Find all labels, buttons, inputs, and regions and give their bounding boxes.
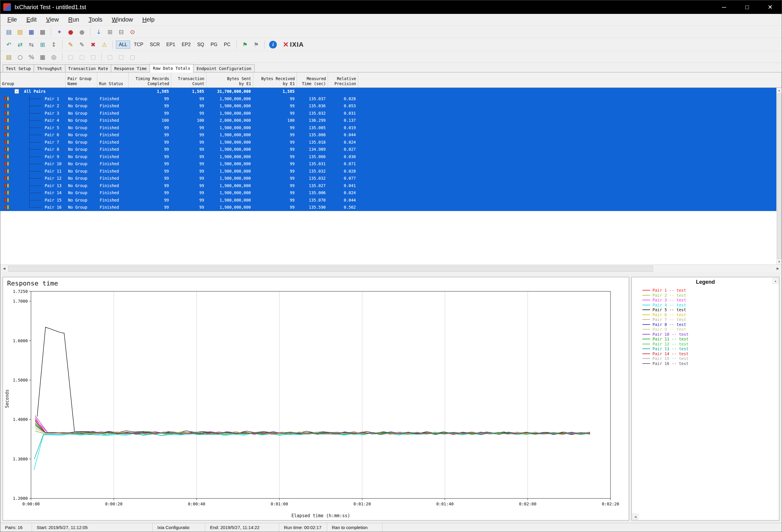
- menu-item-window[interactable]: Window: [107, 14, 138, 25]
- legend-entry[interactable]: Pair 13 -- test: [642, 346, 771, 351]
- legend-entry[interactable]: Pair 11 -- test: [642, 337, 771, 342]
- column-header-transaction-count[interactable]: TransactionCount: [171, 72, 207, 87]
- table-vertical-scrollbar[interactable]: ▲ ▼: [776, 88, 782, 265]
- legend-entry[interactable]: Pair 4 -- test: [642, 303, 771, 308]
- column-header-timing-records-completed[interactable]: Timing RecordsCompleted: [129, 72, 171, 87]
- close-button[interactable]: ✕: [759, 0, 782, 14]
- column-header-pair-group-name[interactable]: Pair GroupName: [66, 72, 97, 87]
- filter-button-pc[interactable]: PC: [221, 40, 234, 49]
- legend-entry[interactable]: Pair 1 -- test: [642, 288, 771, 293]
- add-multicast-group-icon[interactable]: ⇆: [26, 40, 36, 49]
- table-row[interactable]: Pair 13No GroupFinished99991,980,000,000…: [0, 182, 782, 189]
- scroll-up-icon[interactable]: ▲: [777, 88, 782, 93]
- table-row[interactable]: Pair 15No GroupFinished99991,980,000,000…: [0, 196, 782, 204]
- column-header-run-status[interactable]: Run Status: [97, 72, 129, 87]
- new-document-icon[interactable]: ▤: [4, 27, 14, 37]
- menu-item-file[interactable]: File: [3, 14, 22, 25]
- reorder-pairs-icon[interactable]: ↕: [49, 40, 59, 49]
- table-row[interactable]: Pair 11No GroupFinished99991,980,000,000…: [0, 167, 782, 175]
- print-icon[interactable]: ▩: [38, 27, 48, 37]
- table-row[interactable]: Pair 2No GroupFinished99991,980,000,0009…: [0, 102, 782, 110]
- graph-options-icon[interactable]: ▦: [38, 52, 48, 62]
- undo-icon[interactable]: ↶: [4, 40, 14, 49]
- legend-entry[interactable]: Pair 8 -- test: [642, 322, 771, 327]
- scroll-left-icon[interactable]: ◀: [0, 265, 8, 272]
- column-header-relative-precision[interactable]: RelativePrecision: [328, 72, 358, 87]
- web-view-icon[interactable]: ◎: [49, 52, 59, 62]
- warning-icon[interactable]: ⚠: [99, 40, 109, 49]
- legend-entry[interactable]: Pair 9 -- test: [642, 327, 771, 332]
- table-row[interactable]: Pair 14No GroupFinished99991,980,000,000…: [0, 189, 782, 196]
- column-header-measured-time-sec-[interactable]: MeasuredTime (sec): [297, 72, 328, 87]
- legend-scroll-up-icon[interactable]: ▲: [773, 278, 778, 284]
- tab-response-time[interactable]: Response Time: [111, 65, 150, 72]
- legend-entry[interactable]: Pair 14 -- test: [642, 351, 771, 356]
- scroll-down-icon[interactable]: ▼: [777, 259, 782, 265]
- tab-endpoint-configuration[interactable]: Endpoint Configuration: [193, 65, 254, 72]
- scroll-right-icon[interactable]: ▶: [774, 265, 782, 272]
- poll-endpoint-icon[interactable]: ⚑: [251, 40, 261, 49]
- schedule-icon[interactable]: ○: [15, 52, 25, 62]
- legend-entry[interactable]: Pair 15 -- test: [642, 356, 771, 361]
- edit-all-icon[interactable]: ✎: [77, 40, 87, 49]
- cancel-icon[interactable]: ●: [77, 27, 87, 37]
- legend-entry[interactable]: Pair 5 -- test: [642, 307, 771, 312]
- legend-entry[interactable]: Pair 3 -- test: [642, 298, 771, 303]
- stop-run-icon[interactable]: ●: [66, 27, 76, 37]
- copy-icon[interactable]: ⊞: [105, 27, 115, 37]
- collapse-toggle-icon[interactable]: −: [14, 89, 19, 94]
- menu-item-tools[interactable]: Tools: [84, 14, 107, 25]
- download-results-icon[interactable]: ↓: [94, 27, 104, 37]
- tab-test-setup[interactable]: Test Setup: [3, 65, 34, 72]
- percentile-icon[interactable]: %: [26, 52, 36, 62]
- tab-transaction-rate[interactable]: Transaction Rate: [65, 65, 111, 72]
- table-row[interactable]: Pair 6No GroupFinished99991,980,000,0009…: [0, 131, 782, 139]
- table-row[interactable]: Pair 1No GroupFinished99991,980,000,0009…: [0, 95, 782, 103]
- menu-item-view[interactable]: View: [41, 14, 64, 25]
- column-header-bytes-received-by-e1[interactable]: Bytes Receivedby E1: [253, 72, 297, 87]
- connect-endpoint-icon[interactable]: ⚑: [240, 40, 250, 49]
- filter-button-ep2[interactable]: EP2: [179, 40, 194, 49]
- legend-entry[interactable]: Pair 7 -- test: [642, 317, 771, 322]
- filter-button-all[interactable]: ALL: [116, 40, 130, 49]
- delete-pair-icon[interactable]: ✖: [88, 40, 98, 49]
- legend-entry[interactable]: Pair 2 -- test: [642, 293, 771, 298]
- table-row[interactable]: Pair 4No GroupFinished1001002,000,000,00…: [0, 117, 782, 124]
- legend-entry[interactable]: Pair 12 -- test: [642, 342, 771, 347]
- table-row[interactable]: Pair 9No GroupFinished99991,980,000,0009…: [0, 153, 782, 160]
- table-row[interactable]: Pair 8No GroupFinished99991,980,000,0009…: [0, 146, 782, 153]
- legend-entry[interactable]: Pair 6 -- test: [642, 312, 771, 317]
- save-icon[interactable]: ▦: [26, 27, 36, 37]
- add-pair-icon[interactable]: ⇄: [15, 40, 25, 49]
- table-row[interactable]: Pair 10No GroupFinished99991,980,000,000…: [0, 160, 782, 167]
- table-row[interactable]: Pair 16No GroupFinished99991,980,000,000…: [0, 204, 782, 211]
- maximize-button[interactable]: □: [736, 0, 759, 14]
- table-row[interactable]: Pair 7No GroupFinished99991,980,000,0009…: [0, 139, 782, 146]
- tab-throughput[interactable]: Throughput: [34, 65, 65, 72]
- scrollbar-thumb[interactable]: [777, 93, 781, 259]
- table-horizontal-scrollbar[interactable]: ◀ ▶: [0, 265, 782, 272]
- run-wizard-icon[interactable]: ✦: [55, 27, 65, 37]
- legend-entry[interactable]: Pair 10 -- test: [642, 332, 771, 337]
- filter-button-tcp[interactable]: TCP: [131, 40, 146, 49]
- table-row[interactable]: Pair 12No GroupFinished99991,980,000,000…: [0, 175, 782, 182]
- info-icon[interactable]: i: [269, 41, 277, 48]
- legend-scroll-left-icon[interactable]: ◀: [632, 514, 638, 520]
- legend-entry[interactable]: Pair 16 -- test: [642, 361, 771, 366]
- filter-button-sq[interactable]: SQ: [194, 40, 207, 49]
- replicate-pair-icon[interactable]: ⊞: [38, 40, 48, 49]
- minimize-button[interactable]: ─: [712, 0, 736, 14]
- edit-pair-icon[interactable]: ✎: [66, 40, 76, 49]
- menu-item-run[interactable]: Run: [64, 14, 84, 25]
- table-row[interactable]: Pair 3No GroupFinished99991,980,000,0009…: [0, 110, 782, 117]
- filter-button-ep1[interactable]: EP1: [163, 40, 178, 49]
- tab-raw-data-totals[interactable]: Raw Data Totals: [150, 64, 193, 72]
- column-header-bytes-sent-by-e1[interactable]: Bytes Sentby E1: [207, 72, 253, 87]
- menu-item-help[interactable]: Help: [138, 14, 159, 25]
- menu-item-edit[interactable]: Edit: [22, 14, 41, 25]
- pane-splitter[interactable]: [0, 272, 782, 274]
- paste-icon[interactable]: ⊟: [116, 27, 126, 37]
- scrollbar-thumb[interactable]: [8, 266, 653, 272]
- open-folder-icon[interactable]: ▨: [15, 27, 25, 37]
- filter-button-pg[interactable]: PG: [208, 40, 220, 49]
